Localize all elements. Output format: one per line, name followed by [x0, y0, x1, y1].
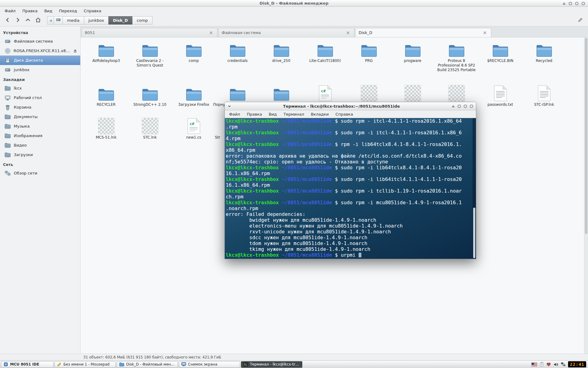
svg-text:c#: c#	[321, 89, 326, 93]
sidebar-item-music[interactable]: Музыка	[0, 121, 80, 131]
terminal-menu-terminal[interactable]: Терминал	[281, 111, 307, 117]
breadcrumb-disk-d[interactable]: Disk_D	[108, 16, 133, 25]
edit-path-button[interactable]	[576, 16, 585, 25]
tab-close-icon[interactable]: ×	[482, 30, 488, 35]
fm-titlebar[interactable]: Disk_D - Файловый менеджер	[0, 0, 588, 7]
fm-menu-view[interactable]: Вид	[41, 8, 55, 14]
file-item[interactable]: StrongDC++ 2.10	[128, 84, 172, 117]
sidebar-item-documents[interactable]: Документы	[0, 112, 80, 121]
file-item[interactable]: credentials	[216, 40, 259, 84]
taskbar-button-terminal[interactable]: Терминал - lkcx@lkcx-tra...	[241, 361, 302, 368]
sidebar-item-downloads[interactable]: Загрузки	[0, 150, 80, 159]
tray-health-button[interactable]	[546, 362, 551, 366]
scrollbar-thumb[interactable]	[473, 208, 475, 258]
tray-keyboard-layout-button[interactable]	[531, 362, 537, 366]
tab-filesystem[interactable]: Файловая система×	[218, 28, 354, 37]
terminal-line: rxvt-unicode нужен для mcu8051ide-1.4.9-…	[226, 229, 476, 235]
sidebar-item-disk-diskette[interactable]: Диск Дискета	[0, 56, 80, 65]
tab-close-icon[interactable]: ×	[345, 30, 351, 35]
sidebar-item-rosa-iso[interactable]: ROSA.FRESH.XFCE.R11.x86...	[0, 46, 80, 56]
tray-clipboard-button[interactable]	[540, 362, 544, 367]
fm-menu-go[interactable]: Переход	[56, 8, 80, 14]
file-item[interactable]: passwords.txt	[478, 84, 522, 117]
file-item[interactable]: RECYCLER	[84, 84, 128, 117]
breadcrumb-root-button[interactable]	[54, 16, 63, 25]
folder-icon	[273, 87, 290, 102]
terminal-menu-tabs[interactable]: Вкладки	[308, 111, 332, 117]
tabbar: 8051×Файловая система×Disk_D×	[81, 26, 588, 37]
tab-disk-d[interactable]: Disk_D×	[355, 28, 491, 37]
maximize-window-button[interactable]	[464, 105, 467, 108]
terminal-menu-edit[interactable]: Правка	[244, 111, 265, 117]
sidebar-item-label: lkcx	[14, 86, 22, 90]
fileview-scrollbar[interactable]	[584, 37, 588, 354]
fm-menu-file[interactable]: Файл	[2, 8, 19, 14]
file-item[interactable]: STC.lnk	[128, 117, 172, 149]
tray-network-button[interactable]	[561, 362, 566, 366]
minimize-window-button[interactable]	[569, 2, 572, 5]
breadcrumb-junkbox[interactable]: junkbox	[84, 16, 109, 25]
home-button[interactable]	[33, 16, 43, 25]
sidebar-item-desktop[interactable]: Рабочий стол	[0, 93, 80, 102]
terminal-menu-help[interactable]: Справка	[332, 111, 356, 117]
tab-close-icon[interactable]: ×	[208, 30, 214, 35]
breadcrumb-comp[interactable]: comp	[132, 16, 153, 25]
fm-menu-help[interactable]: Справка	[81, 8, 104, 14]
eject-button[interactable]	[73, 49, 77, 53]
file-item[interactable]: comp	[172, 40, 216, 84]
terminal-line: lkcx@lkcx-trashbox ~/8051/mcu8051ide $ u…	[226, 252, 476, 258]
file-item[interactable]: progware	[391, 40, 435, 84]
breadcrumb-scroll-left-button[interactable]: ◂	[47, 16, 54, 25]
sidebar-item-junkbox[interactable]: junkbox	[0, 65, 80, 75]
sidebar-item-trash[interactable]: Корзина	[0, 102, 80, 112]
taskbar-button-mousepad[interactable]: Без имени 1 - Mousepad	[55, 361, 116, 368]
sidebar-item-video[interactable]: Видео	[0, 140, 80, 150]
terminal-titlebar[interactable]: Терминал - lkcx@lkcx-trashbox:~/8051/mcu…	[225, 102, 476, 110]
sidebar-section: СетьОбзор сети	[0, 159, 80, 178]
terminal-menu-view[interactable]: Вид	[266, 111, 280, 117]
tab-8051[interactable]: 8051×	[81, 28, 217, 37]
file-item[interactable]: Lite-CalcIT(1800)	[303, 40, 347, 84]
forward-button[interactable]	[13, 16, 22, 25]
sidebar-item-images[interactable]: Изображения	[0, 131, 80, 140]
file-item[interactable]: MCS-51.lnk	[84, 117, 128, 149]
sidebar-item-lkcx[interactable]: lkcx	[0, 83, 80, 93]
back-button[interactable]	[3, 16, 12, 25]
terminal-line: lkcx@lkcx-trashbox ~/8051/mcu8051ide $ s…	[226, 118, 476, 124]
file-item[interactable]: Recycled	[522, 40, 566, 84]
terminal-menu-file[interactable]: Файл	[226, 111, 243, 117]
minimize-window-button[interactable]	[458, 105, 461, 108]
close-window-button[interactable]	[470, 105, 473, 108]
file-item[interactable]: STC-ISP.lnk	[522, 84, 566, 117]
file-item[interactable]: drive_250	[259, 40, 303, 84]
file-item[interactable]: Castlevania 2 - Simon's Quest	[128, 40, 172, 84]
file-item[interactable]: $RECYCLE.BIN	[478, 40, 522, 84]
up-button[interactable]	[23, 16, 32, 25]
maximize-window-button[interactable]	[575, 2, 579, 5]
taskbar-button-filemanager[interactable]: Disk_D - Файловый мен...	[117, 361, 178, 368]
sidebar-item-network-browse[interactable]: Обзор сети	[0, 168, 80, 178]
folder-icon	[536, 44, 553, 58]
file-item[interactable]: c#new1.cs	[172, 117, 216, 149]
file-item[interactable]: Загрузки Firefox	[172, 84, 216, 117]
close-window-button[interactable]	[582, 2, 585, 5]
taskbar-button-mcu8051ide[interactable]: MCU 8051 IDE	[1, 361, 54, 368]
terminal-scrollbar[interactable]	[473, 118, 476, 259]
breadcrumb-media[interactable]: media	[62, 16, 84, 25]
terminal-line: .rpm	[226, 124, 476, 130]
mcu-icon	[3, 362, 8, 367]
shade-window-button[interactable]	[563, 2, 566, 5]
file-item[interactable]: Proteus 8 Professional 8.6 SP2 Build 235…	[435, 40, 478, 84]
scrollbar-thumb[interactable]	[585, 38, 587, 234]
sidebar-item-label: Обзор сети	[14, 171, 37, 175]
taskbar-button-screenshot[interactable]: Снимок экрана	[179, 361, 240, 368]
file-item[interactable]: PRG	[347, 40, 391, 84]
sidebar-item-filesystem[interactable]: Файловая система	[0, 36, 80, 46]
window-menu-chevron-icon[interactable]	[228, 103, 231, 109]
tray-volume-button[interactable]	[553, 362, 558, 367]
fm-menu-edit[interactable]: Правка	[19, 8, 40, 14]
terminal-screen[interactable]: lkcx@lkcx-trashbox ~/8051/mcu8051ide $ s…	[225, 118, 476, 259]
breadcrumb: ◂ mediajunkboxDisk_Dcomp	[47, 16, 153, 25]
shade-window-button[interactable]	[452, 105, 455, 107]
file-item[interactable]: AVRdelayloop3	[84, 40, 128, 84]
